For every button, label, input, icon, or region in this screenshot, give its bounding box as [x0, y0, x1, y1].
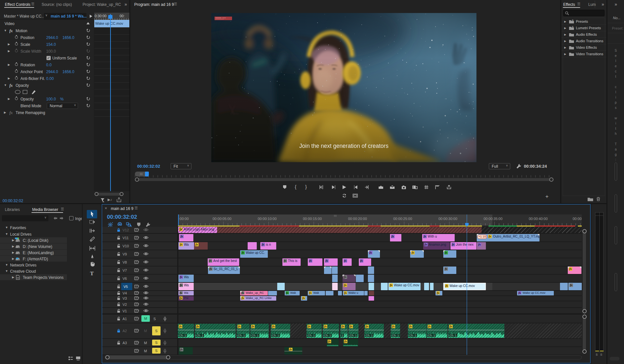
- svg-text:Join the next generation of cr: Join the next generation of creators: [299, 143, 389, 149]
